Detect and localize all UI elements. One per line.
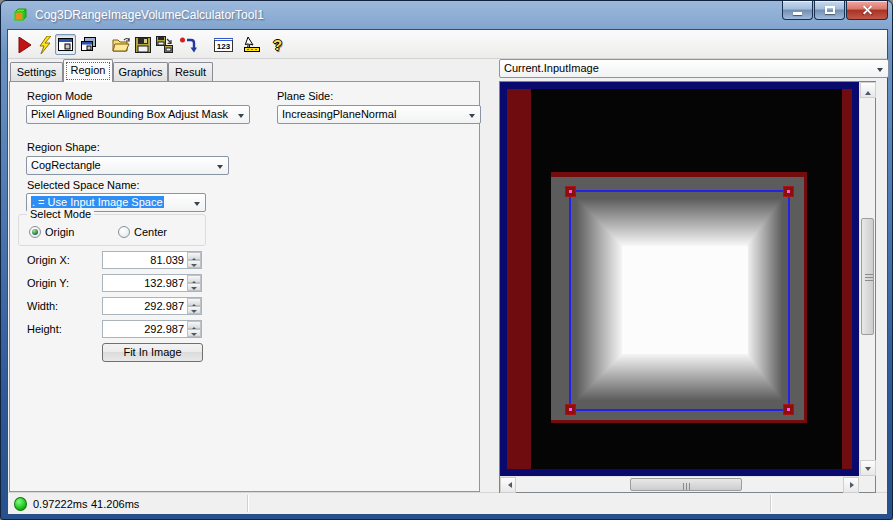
horizontal-scroll-thumb[interactable] bbox=[630, 478, 742, 491]
image-display-icon bbox=[58, 38, 73, 51]
display-source-combobox[interactable]: Current.InputImage bbox=[499, 59, 889, 78]
maximize-button[interactable] bbox=[814, 1, 845, 20]
scroll-left-button[interactable] bbox=[500, 477, 516, 493]
scrollbar-corner bbox=[859, 476, 875, 492]
plane-side-label: Plane Side: bbox=[277, 90, 333, 102]
spin-down-button[interactable] bbox=[187, 306, 201, 314]
region-handle-bottom-left[interactable] bbox=[565, 404, 576, 415]
open-button[interactable] bbox=[110, 34, 131, 55]
arrow-left-icon bbox=[505, 482, 512, 488]
tab-label: Graphics bbox=[118, 66, 162, 78]
origin-y-label: Origin Y: bbox=[27, 277, 69, 289]
fit-in-image-button[interactable]: Fit In Image bbox=[102, 343, 203, 362]
selected-space-name-value: . = Use Input Image Space bbox=[31, 196, 164, 208]
tab-result[interactable]: Result bbox=[168, 62, 213, 81]
height-value: 292.987 bbox=[103, 321, 187, 337]
scroll-right-button[interactable] bbox=[843, 477, 859, 493]
horizontal-scrollbar[interactable] bbox=[500, 476, 859, 492]
app-cube-icon bbox=[11, 6, 29, 24]
close-icon bbox=[862, 5, 873, 16]
maximize-icon bbox=[825, 6, 835, 14]
region-rectangle-overlay[interactable] bbox=[569, 190, 790, 411]
radio-icon bbox=[118, 226, 130, 238]
region-handle-top-left[interactable] bbox=[565, 186, 576, 197]
chevron-down-icon bbox=[877, 68, 883, 75]
numbers-icon: 123 bbox=[214, 38, 233, 52]
region-shape-combobox[interactable]: CogRectangle bbox=[26, 156, 229, 175]
title-bar[interactable]: Cog3DRangeImageVolumeCalculatorTool1 bbox=[1, 1, 892, 29]
save-as-button[interactable] bbox=[154, 34, 175, 55]
spin-down-button[interactable] bbox=[187, 283, 201, 291]
height-field[interactable]: 292.987 bbox=[102, 320, 202, 338]
range-image bbox=[500, 82, 859, 476]
width-field[interactable]: 292.987 bbox=[102, 297, 202, 315]
selected-space-name-label: Selected Space Name: bbox=[27, 179, 140, 191]
region-shape-value: CogRectangle bbox=[31, 159, 101, 171]
vertical-scroll-thumb[interactable] bbox=[861, 218, 874, 335]
numeric-results-button[interactable]: 123 bbox=[213, 34, 234, 55]
vertical-scrollbar[interactable] bbox=[859, 82, 875, 476]
spin-up-button[interactable] bbox=[187, 321, 201, 329]
height-label: Height: bbox=[27, 323, 62, 335]
float-window-icon bbox=[81, 37, 97, 52]
execution-time: 0.97222ms bbox=[33, 498, 87, 510]
arrow-down-icon bbox=[865, 467, 871, 474]
spin-up-button[interactable] bbox=[187, 252, 201, 260]
reset-button[interactable] bbox=[177, 34, 198, 55]
region-mode-label: Region Mode bbox=[27, 90, 92, 102]
help-button[interactable]: ? bbox=[267, 34, 288, 55]
toolbar: 123 ? bbox=[8, 30, 887, 59]
height-stepper bbox=[187, 321, 201, 337]
scroll-up-button[interactable] bbox=[860, 82, 876, 98]
spin-down-button[interactable] bbox=[187, 260, 201, 268]
origin-y-stepper bbox=[187, 275, 201, 291]
radio-origin[interactable]: Origin bbox=[29, 226, 74, 238]
origin-x-stepper bbox=[187, 252, 201, 268]
total-time: 41.206ms bbox=[91, 498, 139, 510]
display-source-value: Current.InputImage bbox=[504, 62, 599, 74]
scroll-down-button[interactable] bbox=[860, 460, 876, 476]
image-viewport[interactable] bbox=[500, 82, 859, 476]
reset-arrow-icon bbox=[179, 36, 197, 53]
tab-settings[interactable]: Settings bbox=[10, 62, 63, 81]
run-continuous-button[interactable] bbox=[34, 34, 55, 55]
region-mode-combobox[interactable]: Pixel Aligned Bounding Box Adjust Mask bbox=[26, 105, 250, 124]
tab-graphics[interactable]: Graphics bbox=[113, 62, 168, 81]
cursor-ruler-icon bbox=[243, 36, 262, 53]
chevron-down-icon bbox=[238, 114, 244, 121]
electrode-button[interactable] bbox=[242, 34, 263, 55]
region-handle-bottom-right[interactable] bbox=[783, 404, 794, 415]
open-folder-icon bbox=[112, 37, 130, 52]
help-icon: ? bbox=[273, 36, 282, 53]
status-separator bbox=[770, 495, 771, 512]
radio-center[interactable]: Center bbox=[118, 226, 167, 238]
close-button[interactable] bbox=[846, 1, 888, 20]
origin-x-value: 81.039 bbox=[103, 252, 187, 268]
run-button[interactable] bbox=[14, 34, 35, 55]
minimize-button[interactable] bbox=[782, 1, 813, 20]
select-mode-label: Select Mode bbox=[27, 208, 94, 220]
radio-label: Origin bbox=[45, 226, 74, 238]
origin-x-field[interactable]: 81.039 bbox=[102, 251, 202, 269]
tab-region[interactable]: Region bbox=[63, 59, 113, 82]
status-green-indicator bbox=[14, 497, 27, 511]
chevron-down-icon bbox=[194, 202, 200, 209]
mask-red-bar-left bbox=[507, 89, 531, 469]
origin-y-field[interactable]: 132.987 bbox=[102, 274, 202, 292]
image-display-control bbox=[499, 81, 876, 493]
spin-up-button[interactable] bbox=[187, 275, 201, 283]
float-image-display-button[interactable] bbox=[78, 34, 99, 55]
width-stepper bbox=[187, 298, 201, 314]
spin-up-button[interactable] bbox=[187, 298, 201, 306]
region-shape-label: Region Shape: bbox=[27, 141, 100, 153]
run-icon bbox=[18, 37, 32, 53]
region-handle-top-right[interactable] bbox=[783, 186, 794, 197]
width-value: 292.987 bbox=[103, 298, 187, 314]
save-icon bbox=[135, 37, 151, 53]
spin-down-button[interactable] bbox=[187, 329, 201, 337]
save-button[interactable] bbox=[132, 34, 153, 55]
show-image-display-button[interactable] bbox=[55, 34, 76, 55]
select-mode-group: Select Mode Origin Center bbox=[18, 214, 206, 246]
plane-side-combobox[interactable]: IncreasingPlaneNormal bbox=[277, 105, 481, 124]
chevron-down-icon bbox=[217, 165, 223, 172]
